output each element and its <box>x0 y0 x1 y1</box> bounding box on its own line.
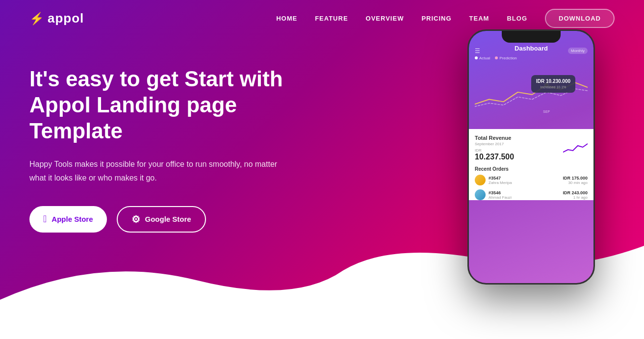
order-amount-2: IDR 243.000 <box>563 190 588 195</box>
nav-links: HOME FEATURE OVERVIEW PRICING TEAM BLOG … <box>276 9 615 28</box>
hero-buttons:  Apple Store ⚙ Google Store <box>29 206 324 233</box>
chart-legend: Actual Prediction <box>469 56 593 60</box>
recent-orders-section: Recent Orders #3547 Zahra Meripa IDR 175… <box>475 166 588 200</box>
revenue-trend-chart <box>563 140 588 155</box>
google-store-button[interactable]: ⚙ Google Store <box>117 206 206 233</box>
svg-text:SEP: SEP <box>543 110 550 113</box>
total-revenue-title: Total Revenue <box>475 135 514 141</box>
order-time-1: 30 min ago <box>563 181 588 185</box>
phone-cards-section: Total Revenue September 2017 IDR 10.237.… <box>469 129 593 200</box>
total-revenue-currency: IDR <box>475 148 514 153</box>
total-revenue-amount: 10.237.500 <box>475 153 514 161</box>
order-id-2: #3546 <box>489 190 563 195</box>
download-button[interactable]: DOWNLOAD <box>545 9 615 28</box>
hero-content: It's easy to get Start with Appol Landin… <box>29 56 324 233</box>
chart-tooltip: IDR 10.230.000 Increased 10.1% <box>531 75 575 93</box>
nav-blog[interactable]: BLOG <box>507 15 527 22</box>
hero-title: It's easy to get Start with Appol Landin… <box>29 66 324 144</box>
phone-screen: ☰ Monthly Dashboard Actual Prediction ID… <box>469 31 593 283</box>
legend-prediction: Prediction <box>499 56 517 60</box>
logo-text: appol <box>48 11 84 26</box>
apple-store-button[interactable]:  Apple Store <box>29 206 107 233</box>
total-revenue-card: Total Revenue September 2017 IDR 10.237.… <box>475 135 588 161</box>
phone-monthly-badge: Monthly <box>568 48 588 54</box>
google-store-label: Google Store <box>145 215 191 223</box>
total-revenue-period: September 2017 <box>475 142 514 146</box>
android-icon: ⚙ <box>131 213 140 225</box>
apple-icon:  <box>43 213 47 225</box>
tooltip-sub: Increased 10.1% <box>536 85 570 90</box>
order-amount-1: IDR 175.000 <box>563 176 588 181</box>
tooltip-amount: IDR 10.230.000 <box>536 78 570 85</box>
order-avatar-2 <box>475 189 486 200</box>
apple-store-label: Apple Store <box>52 215 93 223</box>
phone-mockup: ☰ Monthly Dashboard Actual Prediction ID… <box>467 29 595 285</box>
nav-overview[interactable]: OVERVIEW <box>366 15 404 22</box>
hero-subtitle: Happy Tools makes it possible for your o… <box>29 157 284 184</box>
nav-pricing[interactable]: PRICING <box>421 15 451 22</box>
logo-icon: ⚡ <box>29 12 45 26</box>
nav-team[interactable]: TEAM <box>469 15 489 22</box>
legend-actual: Actual <box>479 56 490 60</box>
order-info-1: #3547 Zahra Meripa <box>489 176 563 185</box>
order-id-1: #3547 <box>489 176 563 181</box>
order-avatar-1 <box>475 175 486 185</box>
order-name-1: Zahra Meripa <box>489 181 563 185</box>
order-name-2: Ahmad Fauzi <box>489 195 563 200</box>
order-time-2: 1 hr ago <box>563 195 588 200</box>
order-row-2: #3546 Ahmad Fauzi IDR 243.000 1 hr ago <box>475 189 588 200</box>
dashboard-chart: IDR 10.230.000 Increased 10.1% SEP <box>469 65 593 129</box>
phone-mockup-container: ☰ Monthly Dashboard Actual Prediction ID… <box>467 29 605 285</box>
phone-menu-icon: ☰ <box>475 48 480 54</box>
nav-home[interactable]: HOME <box>276 15 297 22</box>
nav-feature[interactable]: FEATURE <box>315 15 348 22</box>
order-info-2: #3546 Ahmad Fauzi <box>489 190 563 200</box>
recent-orders-title: Recent Orders <box>475 166 588 172</box>
order-row-1: #3547 Zahra Meripa IDR 175.000 30 min ag… <box>475 175 588 185</box>
logo[interactable]: ⚡ appol <box>29 11 84 26</box>
phone-notch <box>502 31 561 43</box>
